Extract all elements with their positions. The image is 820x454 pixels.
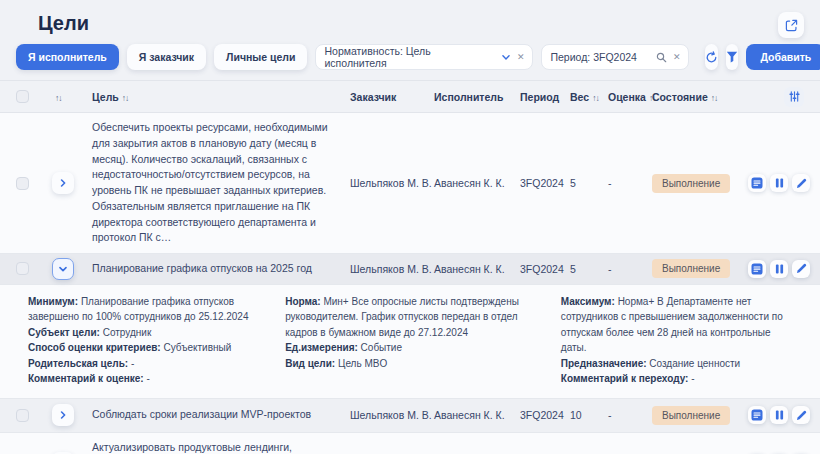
edit-goal-button[interactable] <box>792 260 810 278</box>
column-settings-button[interactable] <box>784 87 804 107</box>
chevron-right-icon <box>59 179 67 187</box>
pencil-icon <box>796 263 807 274</box>
goal-text: Актуализировать продуктовые лендинги, по… <box>92 433 350 454</box>
column-header-executor[interactable]: Исполнитель <box>434 91 520 103</box>
weight-cell: 5 <box>570 263 608 275</box>
sort-icon[interactable]: ↑↓ <box>55 93 62 103</box>
expand-row-button[interactable] <box>52 404 74 426</box>
weight-cell: 10 <box>570 409 608 421</box>
score-cell: - <box>608 263 652 275</box>
row-checkbox[interactable] <box>16 409 29 422</box>
filter-button[interactable] <box>726 44 738 70</box>
expand-row-button[interactable] <box>52 172 74 194</box>
column-header-weight[interactable]: Вес↑↓ <box>570 91 608 103</box>
row-checkbox[interactable] <box>16 262 29 275</box>
page-title: Цели <box>38 12 89 35</box>
executor-cell: Аванесян К. К. <box>434 263 520 275</box>
edit-goal-button[interactable] <box>792 174 810 192</box>
detail-field: Родительская цель: - <box>28 356 259 372</box>
detail-field: Способ оценки критериев: Субъективный <box>28 340 259 356</box>
collapse-row-button[interactable] <box>52 258 74 280</box>
detail-field: Ед.измерения: Событие <box>285 340 535 356</box>
goal-text: Соблюдать сроки реализации MVP-проектов <box>92 400 350 430</box>
details-list-button[interactable] <box>748 260 766 278</box>
details-list-button[interactable] <box>748 174 766 192</box>
sort-icon[interactable]: ↑↓ <box>711 93 718 103</box>
search-icon[interactable] <box>656 52 667 63</box>
open-in-new-window-button[interactable] <box>778 12 804 38</box>
column-header-goal[interactable]: Цель↑↓ <box>92 91 350 103</box>
toolbar: Я исполнитель Я заказчик Личные цели Нор… <box>0 40 820 80</box>
refresh-icon <box>705 51 718 64</box>
chevron-right-icon <box>59 411 67 419</box>
period-cell: 3FQ2024 <box>520 177 570 189</box>
column-header-period[interactable]: Период <box>520 91 570 103</box>
list-details-icon <box>751 409 763 421</box>
status-badge: Выполнение <box>652 259 730 278</box>
detail-field: Минимум: Планирование графика отпусков з… <box>28 294 259 325</box>
detail-field: Субъект цели: Сотрудник <box>28 325 259 341</box>
list-details-icon <box>751 177 763 189</box>
pause-icon <box>775 410 784 420</box>
goal-text: Планирование графика отпусков на 2025 го… <box>92 254 350 284</box>
details-column-1: Минимум: Планирование графика отпусков з… <box>28 294 259 387</box>
normativity-filter-value: Нормативность: Цель исполнителя <box>324 45 494 69</box>
normativity-filter[interactable]: Нормативность: Цель исполнителя ✕ <box>315 44 533 70</box>
pause-goal-button[interactable] <box>770 406 788 424</box>
external-link-icon <box>785 19 798 32</box>
column-header-state[interactable]: Состояние↑↓ <box>652 91 748 103</box>
funnel-icon <box>726 51 738 63</box>
pause-icon <box>775 178 784 188</box>
refresh-button[interactable] <box>705 44 718 70</box>
executor-cell: Аванесян К. К. <box>434 409 520 421</box>
page-header: Цели <box>0 0 820 40</box>
pencil-icon <box>796 410 807 421</box>
customer-cell: Шельпяков М. В. <box>350 409 434 421</box>
score-cell: - <box>608 409 652 421</box>
status-badge: Выполнение <box>652 174 730 193</box>
period-search-field[interactable]: Период: 3FQ2024 ✕ <box>541 44 689 70</box>
pause-goal-button[interactable] <box>770 260 788 278</box>
detail-field: Максимум: Норма+ В Департаменте нет сотр… <box>561 294 792 356</box>
details-column-3: Максимум: Норма+ В Департаменте нет сотр… <box>561 294 792 387</box>
chevron-down-icon[interactable] <box>501 54 511 61</box>
pause-icon <box>775 264 784 274</box>
score-cell: - <box>608 177 652 189</box>
customer-cell: Шельпяков М. В. <box>350 177 434 189</box>
tab-i-am-customer[interactable]: Я заказчик <box>127 44 206 70</box>
goal-text: Обеспечить проекты ресурсами, необходимы… <box>92 113 350 253</box>
detail-field: Комментарий к оценке: - <box>28 371 259 387</box>
sort-icon[interactable]: ↑↓ <box>592 93 599 103</box>
pause-goal-button[interactable] <box>770 174 788 192</box>
list-details-icon <box>751 263 763 275</box>
period-cell: 3FQ2024 <box>520 409 570 421</box>
goal-details-panel: Минимум: Планирование графика отпусков з… <box>0 285 820 399</box>
edit-goal-button[interactable] <box>792 406 810 424</box>
pencil-icon <box>796 178 807 189</box>
tab-i-am-executor[interactable]: Я исполнитель <box>16 44 119 70</box>
clear-period-icon[interactable]: ✕ <box>673 52 681 62</box>
column-header-score[interactable]: Оценка↑↓ <box>608 91 652 103</box>
select-all-checkbox[interactable] <box>16 90 29 103</box>
weight-cell: 5 <box>570 177 608 189</box>
detail-field: Вид цели: Цель MBO <box>285 356 535 372</box>
tab-personal-goals[interactable]: Личные цели <box>214 44 307 70</box>
detail-field: Предназначение: Создание ценности <box>561 356 792 372</box>
add-button[interactable]: Добавить <box>746 44 820 70</box>
status-badge: Выполнение <box>652 406 730 425</box>
sort-icon[interactable]: ↑↓ <box>122 93 129 103</box>
customer-cell: Шельпяков М. В. <box>350 263 434 275</box>
column-header-customer[interactable]: Заказчик <box>350 91 434 103</box>
detail-field: Норма: Мин+ Все опросные листы подтвержд… <box>285 294 535 341</box>
table-row[interactable]: Соблюдать сроки реализации MVP-проектов … <box>0 399 820 433</box>
row-checkbox[interactable] <box>16 177 29 190</box>
detail-field: Комментарий к переходу: - <box>561 371 792 387</box>
period-cell: 3FQ2024 <box>520 263 570 275</box>
table-row[interactable]: Актуализировать продуктовые лендинги, по… <box>0 433 820 454</box>
clear-normativity-icon[interactable]: ✕ <box>517 52 525 62</box>
table-row[interactable]: Планирование графика отпусков на 2025 го… <box>0 254 820 285</box>
executor-cell: Аванесян К. К. <box>434 177 520 189</box>
table-row[interactable]: Обеспечить проекты ресурсами, необходимы… <box>0 113 820 254</box>
period-search-value: Период: 3FQ2024 <box>550 51 649 63</box>
details-list-button[interactable] <box>748 406 766 424</box>
